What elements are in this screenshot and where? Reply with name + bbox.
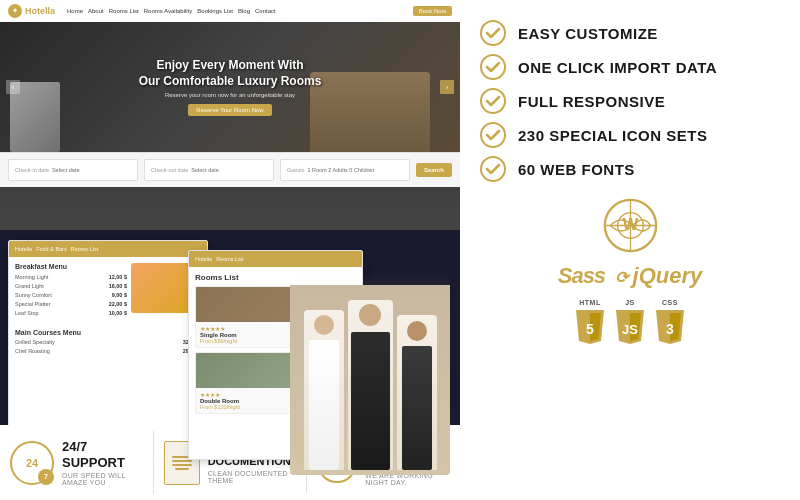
food-item-2: Grand Light 16,00 $ <box>15 283 127 289</box>
booking-bar: Check-in date Select date Check-out date… <box>0 152 460 187</box>
tech-logos: W Sass ⟳ jQuery HTML 5 <box>480 198 780 344</box>
html5-shield-icon: 5 <box>574 308 606 344</box>
hero-cta-button[interactable]: Reserve Your Room Now <box>188 104 271 116</box>
food-menu: Breakfast Menu Morning Light 12,00 $ Gra… <box>15 263 127 319</box>
svg-point-2 <box>481 89 505 113</box>
food-nav: Hotella Food & Bars Rooms List <box>15 246 98 252</box>
svg-point-4 <box>481 157 505 181</box>
main-item-1: Grilled Specialty 32,00 $ <box>15 339 201 345</box>
checkin-input[interactable]: Select date <box>52 167 80 173</box>
nav-contact: Contact <box>255 8 276 14</box>
check-icon-3 <box>480 88 506 114</box>
check-icon-1 <box>480 20 506 46</box>
staff-3-body <box>402 346 432 470</box>
checkout-label: Check-out date <box>151 167 188 173</box>
food-item-5: Leaf Stop 10,00 $ <box>15 310 127 316</box>
svg-text:W: W <box>622 215 638 233</box>
feature-text-4: 230 SPECIAL ICON SETS <box>518 127 707 144</box>
tech-badges-row: HTML 5 JS JS CSS <box>480 299 780 344</box>
main-item-name-1: Grilled Specialty <box>15 339 55 345</box>
main-item-name-2: Chef Roasting <box>15 348 50 354</box>
support-247-title: 24/7 SUPPORT <box>62 439 143 470</box>
website-logo: ✦ Hotella <box>8 4 55 18</box>
css3-label: CSS <box>662 299 678 306</box>
jquery-logo: ⟳ jQuery <box>615 265 702 287</box>
svg-text:JS: JS <box>622 322 638 337</box>
feature-item-2: ONE CLICK IMPORT DATA <box>480 54 780 80</box>
support-item-247: 24 7 24/7 SUPPORT OUR SPEED WILL AMAZE Y… <box>0 431 154 494</box>
support-247-subtitle: OUR SPEED WILL AMAZE YOU <box>62 472 143 486</box>
hero-subtitle: Reserve your room now for an unforgettab… <box>139 92 322 98</box>
main-courses-title: Main Courses Menu <box>15 329 201 336</box>
rooms-nav-rooms: Rooms List <box>216 256 244 262</box>
right-panel: EASY CUSTOMIZE ONE CLICK IMPORT DATA FUL… <box>460 0 800 500</box>
food-item-price-1: 12,00 $ <box>109 274 127 280</box>
doc-line-3 <box>172 464 192 466</box>
checkout-input[interactable]: Select date <box>191 167 219 173</box>
wordpress-logo: W <box>603 198 658 253</box>
nav-blog: Blog <box>238 8 250 14</box>
checkin-label: Check-in date <box>15 167 49 173</box>
sass-logo: Sass <box>558 263 605 288</box>
nav-about: About <box>88 8 104 14</box>
sass-jquery-row: Sass ⟳ jQuery <box>480 263 780 289</box>
food-nav-logo: Hotella <box>15 246 32 252</box>
jquery-text: jQuery <box>633 263 703 288</box>
sass-logo-wrapper: Sass <box>558 263 605 289</box>
checkin-field[interactable]: Check-in date Select date <box>8 159 138 181</box>
staff-3-head <box>407 321 427 341</box>
support-247-badge: 7 <box>38 469 54 485</box>
food-item-name-4: Special Platter <box>15 301 50 307</box>
js-label: JS <box>625 299 635 306</box>
hero-title: Enjoy Every Moment WithOur Comfortable L… <box>139 58 322 89</box>
guests-input[interactable]: 1 Room 2 Adults 0 Children <box>307 167 374 173</box>
staff-1-body <box>309 340 339 470</box>
hero-image: ‹ › Enjoy Every Moment WithOur Comfortab… <box>0 22 460 152</box>
checkout-field[interactable]: Check-out date Select date <box>144 159 274 181</box>
check-icon-2 <box>480 54 506 80</box>
staff-2-body <box>351 332 390 470</box>
nav-book-button[interactable]: Book Now <box>413 6 452 16</box>
support-247-text-area: 24/7 SUPPORT OUR SPEED WILL AMAZE YOU <box>62 439 143 486</box>
hero-next-arrow[interactable]: › <box>440 80 454 94</box>
food-item-name-3: Sunny Comfort <box>15 292 52 298</box>
rooms-nav-logo: Hotella <box>195 256 212 262</box>
feature-text-1: EASY CUSTOMIZE <box>518 25 658 42</box>
nav-bookings: Bookings List <box>197 8 233 14</box>
food-item-price-2: 16,00 $ <box>109 283 127 289</box>
feature-item-5: 60 WEB FONTS <box>480 156 780 182</box>
staff-photo <box>290 275 450 475</box>
css3-badge: CSS 3 <box>654 299 686 344</box>
rooms-header: Hotella Rooms List <box>189 251 362 267</box>
food-item-3: Sunny Comfort 9,00 $ <box>15 292 127 298</box>
support-247-icon: 24 7 <box>10 441 54 485</box>
guests-field[interactable]: Guests 1 Room 2 Adults 0 Children <box>280 159 410 181</box>
svg-point-3 <box>481 123 505 147</box>
food-main-courses: Main Courses Menu Grilled Specialty 32,0… <box>9 325 207 361</box>
staff-2 <box>348 300 393 470</box>
food-item-name-2: Grand Light <box>15 283 44 289</box>
check-icon-4 <box>480 122 506 148</box>
js-badge: JS JS <box>614 299 646 344</box>
css3-shield-icon: 3 <box>654 308 686 344</box>
nav-home: Home <box>67 8 83 14</box>
support-doc-subtitle: CLEAN DOCUMENTED THEME <box>208 470 297 484</box>
js-shield-icon: JS <box>614 308 646 344</box>
food-item-price-4: 22,00 $ <box>109 301 127 307</box>
svg-text:5: 5 <box>586 321 594 337</box>
check-icon-5 <box>480 156 506 182</box>
svg-point-0 <box>481 21 505 45</box>
food-item-name-1: Morning Light <box>15 274 48 280</box>
staff-1-head <box>314 315 334 335</box>
search-button[interactable]: Search <box>416 163 452 177</box>
nav-availability: Rooms Availability <box>144 8 193 14</box>
breakfast-title: Breakfast Menu <box>15 263 127 270</box>
left-panel: ✦ Hotella Home About Rooms List Rooms Av… <box>0 0 460 500</box>
rooms-nav: Hotella Rooms List <box>195 256 244 262</box>
staff-1 <box>304 310 344 470</box>
hero-prev-arrow[interactable]: ‹ <box>6 80 20 94</box>
food-item-price-3: 9,00 $ <box>112 292 127 298</box>
website-screenshot-top: ✦ Hotella Home About Rooms List Rooms Av… <box>0 0 460 230</box>
logo-icon: ✦ <box>8 4 22 18</box>
feature-text-3: FULL RESPONSIVE <box>518 93 665 110</box>
